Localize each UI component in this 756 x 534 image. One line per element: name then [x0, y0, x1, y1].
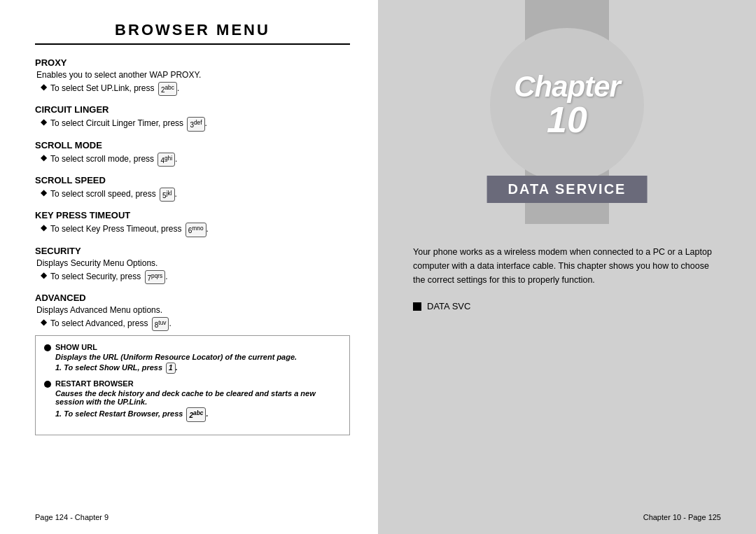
diamond-icon: ◆ — [41, 188, 47, 197]
data-svc-item: DATA SVC — [413, 301, 721, 311]
security-key: 7pqrs — [145, 270, 166, 284]
advanced-key: 8tuv — [152, 317, 169, 331]
chapter-circle: Chapter 10 — [490, 28, 644, 182]
adv-restart-browser: RESTART BROWSER Causes the deck history … — [44, 379, 341, 421]
adv-restart-browser-step: 1. To select Restart Browser, press 2abc… — [55, 407, 341, 421]
advanced-bullet: ◆ To select Advanced, press 8tuv. — [41, 317, 350, 331]
section-advanced-title: ADVANCED — [35, 293, 350, 303]
diamond-icon: ◆ — [41, 153, 47, 162]
left-panel: BROWSER MENU PROXY Enables you to select… — [0, 0, 378, 534]
show-url-key: 1 — [166, 363, 176, 374]
scroll-mode-bullet: ◆ To select scroll mode, press 4ghi. — [41, 153, 350, 167]
adv-restart-browser-desc: Causes the deck history and deck cache t… — [55, 389, 341, 406]
section-scroll-mode-title: SCROLL MODE — [35, 140, 350, 150]
key-press-timeout-bullet: ◆ To select Key Press Timeout, press 6mn… — [41, 223, 350, 237]
section-scroll-speed-title: SCROLL SPEED — [35, 175, 350, 185]
diamond-icon: ◆ — [41, 82, 47, 92]
right-footer: Chapter 10 - Page 125 — [643, 513, 721, 521]
adv-restart-browser-content: RESTART BROWSER Causes the deck history … — [55, 379, 341, 421]
diamond-icon: ◆ — [41, 223, 47, 232]
section-circuit-linger-title: CIRCUIT LINGER — [35, 104, 350, 115]
proxy-bullet: ◆ To select Set UP.Link, press 2abc. — [41, 82, 350, 96]
section-advanced-desc: Displays Advanced Menu options. — [36, 305, 350, 315]
scroll-speed-bullet-text: To select scroll speed, press 5jkl. — [50, 188, 177, 202]
adv-dot-icon — [44, 344, 51, 351]
chapter-number: 10 — [547, 101, 587, 138]
page-title: BROWSER MENU — [35, 21, 350, 39]
security-bullet: ◆ To select Security, press 7pqrs. — [41, 270, 350, 284]
data-svc-label: DATA SVC — [427, 301, 470, 311]
title-divider — [35, 43, 350, 45]
adv-show-url-title: SHOW URL — [55, 343, 297, 351]
advanced-bullet-text: To select Advanced, press 8tuv. — [50, 317, 172, 331]
diamond-icon: ◆ — [41, 270, 47, 280]
chapter-banner: Chapter 10 DATA SERVICE — [378, 0, 756, 224]
section-scroll-speed: SCROLL SPEED ◆ To select scroll speed, p… — [35, 175, 350, 203]
adv-restart-browser-title: RESTART BROWSER — [55, 379, 341, 388]
section-proxy-title: PROXY — [35, 57, 350, 68]
data-svc-square-icon — [413, 302, 421, 311]
circuit-linger-bullet-text: To select Circuit Linger Timer, press 3d… — [50, 117, 207, 131]
chapter-label: Chapter — [514, 72, 620, 101]
section-security: SECURITY Displays Security Menu Options.… — [35, 246, 350, 286]
data-service-label: DATA SERVICE — [487, 176, 648, 203]
restart-browser-key: 2abc — [186, 407, 206, 421]
right-body-text: Your phone works as a wireless modem whe… — [413, 245, 721, 287]
diamond-icon: ◆ — [41, 117, 47, 127]
scroll-mode-key: 4ghi — [158, 153, 175, 167]
proxy-key: 2abc — [158, 82, 177, 96]
section-proxy: PROXY Enables you to select another WAP … — [35, 57, 350, 97]
adv-show-url-content: SHOW URL Displays the URL (Uniform Resou… — [55, 343, 297, 374]
section-security-desc: Displays Security Menu Options. — [36, 258, 350, 268]
left-footer: Page 124 - Chapter 9 — [35, 513, 108, 521]
right-panel: Chapter 10 DATA SERVICE Your phone works… — [378, 0, 756, 534]
adv-dot-icon — [44, 381, 51, 388]
section-security-title: SECURITY — [35, 246, 350, 256]
section-key-press-timeout: KEY PRESS TIMEOUT ◆ To select Key Press … — [35, 210, 350, 238]
adv-show-url-desc: Displays the URL (Uniform Resource Locat… — [55, 353, 297, 361]
section-circuit-linger: CIRCUIT LINGER ◆ To select Circuit Linge… — [35, 104, 350, 132]
scroll-speed-key: 5jkl — [160, 188, 174, 202]
security-bullet-text: To select Security, press 7pqrs. — [50, 270, 168, 284]
key-press-timeout-key: 6mno — [186, 223, 206, 237]
circuit-linger-bullet: ◆ To select Circuit Linger Timer, press … — [41, 117, 350, 131]
scroll-mode-bullet-text: To select scroll mode, press 4ghi. — [50, 153, 177, 167]
advanced-box: SHOW URL Displays the URL (Uniform Resou… — [35, 335, 350, 435]
diamond-icon: ◆ — [41, 317, 47, 327]
adv-show-url-step: 1. To select Show URL, press 1. — [55, 363, 297, 374]
right-content: Your phone works as a wireless modem whe… — [378, 224, 756, 332]
circuit-linger-key: 3def — [187, 117, 204, 131]
section-scroll-mode: SCROLL MODE ◆ To select scroll mode, pre… — [35, 140, 350, 168]
adv-show-url: SHOW URL Displays the URL (Uniform Resou… — [44, 343, 341, 374]
scroll-speed-bullet: ◆ To select scroll speed, press 5jkl. — [41, 188, 350, 202]
section-advanced: ADVANCED Displays Advanced Menu options.… — [35, 293, 350, 435]
key-press-timeout-bullet-text: To select Key Press Timeout, press 6mno. — [50, 223, 209, 237]
section-key-press-timeout-title: KEY PRESS TIMEOUT — [35, 210, 350, 220]
section-proxy-desc: Enables you to select another WAP PROXY. — [36, 70, 350, 80]
proxy-bullet-text: To select Set UP.Link, press 2abc. — [50, 82, 179, 96]
